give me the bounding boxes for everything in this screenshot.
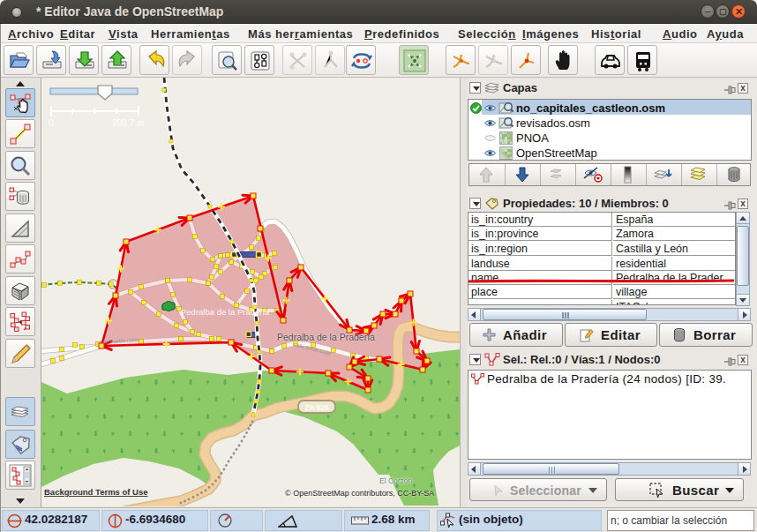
- svg-text:El Corzón: El Corzón: [379, 476, 413, 485]
- svg-text:209.7 m: 209.7 m: [112, 118, 144, 128]
- svg-text:© OpenStreetMap contributors,: © OpenStreetMap contributors, CC-BY-SA: [285, 489, 434, 498]
- svg-text:Pedralba de la Pradería: Pedralba de la Pradería: [277, 332, 375, 342]
- svg-text:ZA 925: ZA 925: [304, 403, 329, 412]
- svg-text:0: 0: [49, 118, 54, 128]
- svg-text:Pedralba de la Pradería: Pedralba de la Pradería: [181, 307, 270, 317]
- svg-text:Background Terms of Use: Background Terms of Use: [44, 487, 148, 497]
